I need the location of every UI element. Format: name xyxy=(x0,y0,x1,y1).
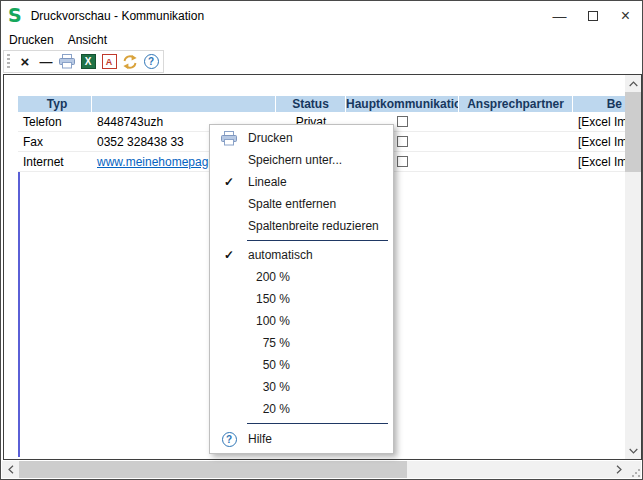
menu-item-label: Speichern unter... xyxy=(248,153,342,167)
title-bar: S Druckvorschau - Kommunikation — × xyxy=(1,1,642,30)
header-status[interactable]: Status xyxy=(276,96,346,112)
chevron-up-icon xyxy=(629,81,638,87)
chevron-right-icon xyxy=(616,465,622,474)
window-minimize-button[interactable]: — xyxy=(543,1,576,30)
header-wert[interactable] xyxy=(92,96,276,112)
header-hauptkommunikation[interactable]: Hauptkommunikation xyxy=(346,96,459,112)
app-logo-icon: S xyxy=(8,6,22,25)
toolbar-grip-handle[interactable] xyxy=(7,54,10,70)
menu-item-label: Spaltenbreite reduzieren xyxy=(248,219,379,233)
hauptkommunikation-checkbox[interactable] xyxy=(397,116,408,127)
context-menu-item-hilfe[interactable]: ? Hilfe xyxy=(210,427,393,451)
menu-item-label: 20 % xyxy=(248,402,290,416)
menu-item-label: Lineale xyxy=(248,175,287,189)
check-icon: ✓ xyxy=(210,248,248,262)
menu-item-label: 100 % xyxy=(248,314,290,328)
context-menu-item-zoom-30[interactable]: 30 % xyxy=(210,376,393,398)
help-icon: ? xyxy=(222,432,237,447)
toolbar-help-button[interactable]: ? xyxy=(141,52,161,72)
cell-typ: Fax xyxy=(18,135,92,149)
context-menu-item-zoom-20[interactable]: 20 % xyxy=(210,398,393,420)
app-window: S Druckvorschau - Kommunikation — × Druc… xyxy=(0,0,643,480)
context-menu-item-zoom-50[interactable]: 50 % xyxy=(210,354,393,376)
chevron-down-icon xyxy=(629,448,638,454)
menu-item-label: Hilfe xyxy=(248,432,272,446)
horizontal-scrollbar[interactable] xyxy=(2,461,627,478)
header-typ[interactable]: Typ xyxy=(18,96,92,112)
resize-grip[interactable] xyxy=(625,461,641,478)
printer-icon xyxy=(58,54,76,69)
refresh-button[interactable] xyxy=(120,52,140,72)
menu-item-label: 150 % xyxy=(248,292,290,306)
context-menu-item-speichern-unter[interactable]: Speichern unter... xyxy=(210,149,393,171)
window-maximize-button[interactable] xyxy=(576,1,609,30)
export-pdf-button[interactable]: A xyxy=(99,52,119,72)
pdf-icon: A xyxy=(102,54,117,69)
window-title: Druckvorschau - Kommunikation xyxy=(31,9,204,23)
toolbar-minimize-button[interactable]: — xyxy=(36,52,56,72)
chevron-left-icon xyxy=(8,465,14,474)
context-menu-item-spalte-entfernen[interactable]: Spalte entfernen xyxy=(210,193,393,215)
menu-ansicht[interactable]: Ansicht xyxy=(68,33,107,47)
menu-separator xyxy=(247,423,388,424)
menu-item-label: 200 % xyxy=(248,270,290,284)
printer-icon xyxy=(220,131,238,146)
hauptkommunikation-checkbox[interactable] xyxy=(397,156,408,167)
menu-drucken[interactable]: Drucken xyxy=(9,33,54,47)
menu-item-label: Spalte entfernen xyxy=(248,197,336,211)
scroll-down-button[interactable] xyxy=(625,442,641,459)
cell-typ: Internet xyxy=(18,155,92,169)
menu-icon-gutter: ? xyxy=(210,432,248,447)
header-ansprechpartner[interactable]: Ansprechpartner xyxy=(459,96,573,112)
vertical-scrollbar-thumb[interactable] xyxy=(625,92,641,172)
context-menu-item-spaltenbreite-reduzieren[interactable]: Spaltenbreite reduzieren xyxy=(210,215,393,237)
context-menu-item-zoom-100[interactable]: 100 % xyxy=(210,310,393,332)
resize-grip-icon xyxy=(631,468,641,478)
menu-item-label: automatisch xyxy=(248,248,313,262)
menu-item-label: 50 % xyxy=(248,358,290,372)
toolbar: × — X A ? xyxy=(3,50,164,73)
print-button[interactable] xyxy=(57,52,77,72)
menu-item-label: Drucken xyxy=(248,131,293,145)
context-menu: Drucken Speichern unter... ✓ Lineale Spa… xyxy=(209,124,394,454)
menu-separator xyxy=(247,240,388,241)
excel-icon: X xyxy=(81,54,96,69)
page-margin-ruler-line xyxy=(18,172,20,457)
refresh-icon xyxy=(122,54,138,70)
context-menu-item-zoom-75[interactable]: 75 % xyxy=(210,332,393,354)
context-menu-item-zoom-150[interactable]: 150 % xyxy=(210,288,393,310)
context-menu-item-lineale[interactable]: ✓ Lineale xyxy=(210,171,393,193)
window-close-button[interactable]: × xyxy=(609,1,642,30)
menu-bar: Drucken Ansicht xyxy=(1,30,642,49)
scroll-left-button[interactable] xyxy=(2,461,19,478)
menu-icon-gutter xyxy=(210,131,248,146)
help-icon: ? xyxy=(144,54,159,69)
horizontal-scrollbar-thumb[interactable] xyxy=(19,461,407,478)
menu-item-label: 30 % xyxy=(248,380,290,394)
vertical-scrollbar[interactable] xyxy=(625,75,641,459)
table-header-row: Typ Status Hauptkommunikation Ansprechpa… xyxy=(18,96,642,112)
cell-typ: Telefon xyxy=(18,115,92,129)
hauptkommunikation-checkbox[interactable] xyxy=(397,136,408,147)
window-controls: — × xyxy=(543,1,642,30)
context-menu-item-zoom-200[interactable]: 200 % xyxy=(210,266,393,288)
export-excel-button[interactable]: X xyxy=(78,52,98,72)
context-menu-item-drucken[interactable]: Drucken xyxy=(210,127,393,149)
context-menu-item-automatisch[interactable]: ✓ automatisch xyxy=(210,244,393,266)
scroll-up-button[interactable] xyxy=(625,75,641,92)
maximize-icon xyxy=(588,11,598,21)
check-icon: ✓ xyxy=(210,175,248,189)
menu-item-label: 75 % xyxy=(248,336,290,350)
toolbar-row: × — X A ? xyxy=(1,49,642,74)
toolbar-close-button[interactable]: × xyxy=(15,52,35,72)
